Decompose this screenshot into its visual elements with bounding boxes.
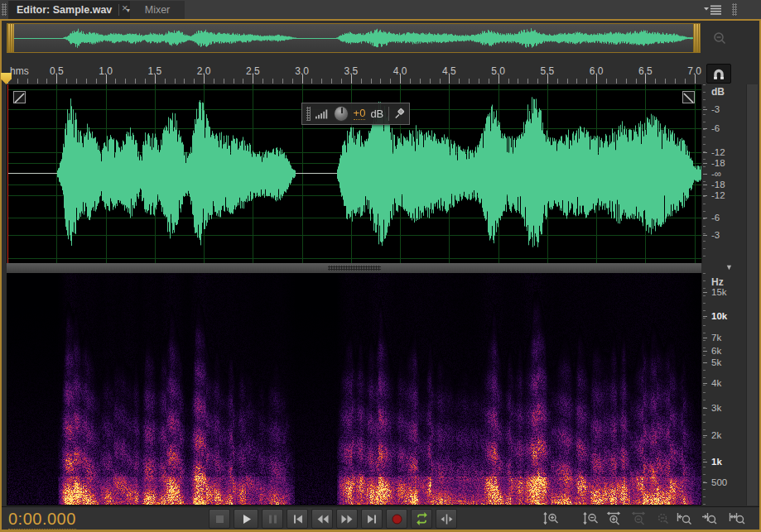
focus-frame-left <box>0 19 2 532</box>
frequency-minor-ticks <box>703 273 706 506</box>
scale-tick <box>703 292 707 293</box>
waveform-spectral-splitter[interactable] <box>7 263 701 273</box>
zoom-out-overview-icon[interactable] <box>710 30 730 51</box>
scale-label: 6k <box>711 346 721 356</box>
zoom-in-at-in-point-button[interactable] <box>674 510 694 527</box>
scale-tick <box>703 218 707 218</box>
fast-forward-button[interactable] <box>336 509 358 529</box>
tab-editor[interactable]: Editor: Sample.wav ▼ <box>8 1 137 19</box>
overview-left-handle[interactable] <box>7 24 14 52</box>
status-transport-bar: 0:00.000 <box>2 506 759 530</box>
scale-label: 2k <box>711 430 721 440</box>
toggle-snapping-button[interactable] <box>706 64 731 84</box>
zoom-in-time-button[interactable] <box>604 510 624 527</box>
record-button[interactable] <box>386 509 407 529</box>
amplitude-scale-title: dB <box>711 86 725 98</box>
panel-drag-grip-right[interactable] <box>732 3 737 16</box>
timeline-ruler[interactable]: hms 0.51.01.52.02.53.03.54.04.55.05.56.0… <box>0 63 761 84</box>
skip-to-end-button[interactable] <box>361 509 383 529</box>
audition-editor-window: Editor: Sample.wav ▼ × Mixer <box>0 0 761 532</box>
fade-in-handle[interactable] <box>13 91 26 103</box>
scale-label: 10k <box>711 311 727 321</box>
play-button[interactable] <box>234 509 258 529</box>
scale-tick <box>703 185 707 185</box>
hud-drag-grip[interactable] <box>306 107 311 121</box>
scale-label: -6 <box>711 213 720 223</box>
tab-mixer[interactable]: Mixer <box>130 1 185 19</box>
zoom-to-selection-button[interactable] <box>727 510 747 527</box>
loop-playback-button[interactable] <box>411 509 432 529</box>
time-display[interactable]: 0:00.000 <box>8 510 76 530</box>
scale-tick <box>703 383 707 384</box>
hud-gain-value[interactable]: +0 <box>354 108 366 120</box>
frequency-scale[interactable]: Hz 15k10k7k6k5k4k3k2k1k500 <box>701 273 746 506</box>
rewind-button[interactable] <box>311 509 333 529</box>
pause-button[interactable] <box>262 509 283 529</box>
frequency-scale-title: Hz <box>711 276 724 288</box>
panel-drag-grip[interactable] <box>2 3 7 16</box>
scale-tick <box>703 174 707 175</box>
ruler-major-ticks <box>7 74 701 84</box>
zoom-out-time-button[interactable] <box>629 510 649 527</box>
volume-bars-icon <box>315 108 329 119</box>
close-icon[interactable]: × <box>122 2 128 13</box>
frequency-scale-dropdown-icon[interactable]: ▼ <box>725 263 733 271</box>
hud-gain-unit: dB <box>370 108 383 120</box>
hud-separator <box>388 107 389 121</box>
scale-label: -3 <box>711 104 720 114</box>
vertical-zoom-scrollbar[interactable] <box>746 84 758 506</box>
scale-tick <box>703 462 707 463</box>
scale-tick <box>703 408 707 409</box>
scale-label: 4k <box>711 378 721 388</box>
scale-label: 15k <box>711 287 727 297</box>
volume-hud[interactable]: +0 dB <box>301 103 410 125</box>
amplitude-scale[interactable]: dB -3-6-12-18-∞-18-12-6-3 <box>701 84 746 263</box>
tab-editor-label: Editor: Sample.wav <box>17 4 112 16</box>
scale-tick <box>703 128 707 129</box>
volume-knob[interactable] <box>334 106 349 122</box>
scale-tick <box>703 109 707 110</box>
zoom-in-amplitude-button[interactable] <box>542 510 561 527</box>
scale-tick <box>703 163 707 164</box>
overview-right-handle[interactable] <box>693 24 700 52</box>
scale-tick <box>703 152 707 153</box>
scale-label: 500 <box>711 477 727 487</box>
scale-tick <box>703 435 707 436</box>
tab-mixer-label: Mixer <box>145 4 171 16</box>
skip-selection-button[interactable] <box>436 509 457 529</box>
scale-label: 5k <box>711 357 721 367</box>
scale-label: -3 <box>711 230 720 240</box>
scale-tick <box>703 195 707 196</box>
stop-button[interactable] <box>209 509 230 529</box>
scale-label: 3k <box>711 403 721 413</box>
panel-menu-icon[interactable] <box>703 3 725 19</box>
fade-out-handle[interactable] <box>682 91 695 103</box>
overview-waveform-canvas[interactable] <box>14 24 693 52</box>
scale-label: -18 <box>711 180 725 189</box>
scale-label: -12 <box>711 190 725 200</box>
scale-tick <box>703 235 707 236</box>
focus-frame-top <box>0 19 761 21</box>
scale-label: -12 <box>711 147 725 157</box>
scale-tick <box>703 351 707 352</box>
playhead-line <box>7 84 8 263</box>
scale-label: -18 <box>711 158 725 168</box>
zoom-out-full-button[interactable] <box>653 510 672 527</box>
pin-hud-icon[interactable] <box>394 108 405 120</box>
panel-tab-bar: Editor: Sample.wav ▼ × Mixer <box>0 0 761 19</box>
scale-tick <box>703 362 707 363</box>
scale-label: 7k <box>711 333 721 343</box>
scale-tick <box>703 316 707 317</box>
scale-tick <box>703 338 707 338</box>
zoom-out-amplitude-button[interactable] <box>581 510 601 527</box>
scale-tick <box>703 482 707 483</box>
scale-label: -6 <box>711 123 720 133</box>
splitter-grip[interactable] <box>328 266 381 271</box>
zoom-in-at-out-point-button[interactable] <box>699 510 719 527</box>
overview-navigator[interactable] <box>7 23 701 53</box>
scale-label: -∞ <box>711 169 721 179</box>
skip-to-start-button[interactable] <box>287 509 308 529</box>
spectrogram-canvas[interactable] <box>7 273 701 505</box>
scale-label: 1k <box>711 457 722 467</box>
